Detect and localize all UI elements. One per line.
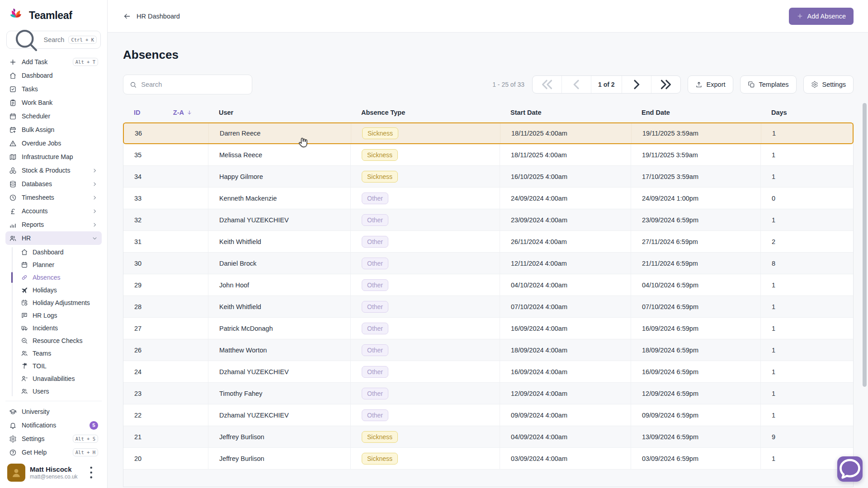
export-button[interactable]: Export xyxy=(688,75,733,94)
message-icon xyxy=(21,312,28,319)
cell-end-date: 12/09/2024 6:59pm xyxy=(631,383,761,404)
sidebar-item-stock-products[interactable]: Stock & Products xyxy=(5,164,102,177)
chat-button[interactable] xyxy=(837,456,863,482)
cell-end-date: 27/11/2024 6:59pm xyxy=(631,231,761,252)
table-row-27[interactable]: 27 Patrick McDonagh Other 16/09/2024 4:0… xyxy=(123,318,853,339)
hr-submenu-item-holiday-adjustments[interactable]: Holiday Adjustments xyxy=(5,296,102,309)
cell-start-date: 12/09/2024 4:00am xyxy=(500,383,631,404)
table-row-32[interactable]: 32 Dzhamal YUZEKCHIEV Other 23/09/2024 4… xyxy=(123,209,853,231)
users-icon xyxy=(21,388,28,395)
cell-user: Keith Whitfield xyxy=(208,296,351,317)
add-absence-button[interactable]: Add Absence xyxy=(789,8,854,25)
column-header-start-date[interactable]: Start Date xyxy=(500,109,631,116)
prev-page-button[interactable] xyxy=(562,76,591,93)
sidebar-item-university[interactable]: University xyxy=(5,405,102,418)
sidebar-item-notifications[interactable]: Notifications 5 xyxy=(5,418,102,432)
palm-icon xyxy=(21,362,28,370)
table-row-35[interactable]: 35 Melissa Reece Sickness 18/11/2025 4:0… xyxy=(123,144,853,166)
table-row-22[interactable]: 22 Dzhamal YUZEKCHIEV Other 09/09/2024 4… xyxy=(123,404,853,426)
column-header-days[interactable]: Days xyxy=(760,109,854,116)
table-row-20[interactable]: 20 Jeffrey Burlison Sickness 03/09/2024 … xyxy=(123,448,853,469)
table-row-23[interactable]: 23 Timothy Fahey Other 12/09/2024 4:00am… xyxy=(123,383,853,404)
column-header-user[interactable]: User xyxy=(208,109,350,116)
user-profile[interactable]: Matt Hiscock matt@senses.co.uk xyxy=(5,459,102,483)
table-row-34[interactable]: 34 Happy Gilmore Sickness 16/10/2025 4:0… xyxy=(123,166,853,188)
scrollbar-thumb[interactable] xyxy=(863,103,867,387)
table-row-30[interactable]: 30 Daniel Brock Other 12/11/2024 4:00am … xyxy=(123,253,853,274)
sidebar-item-accounts[interactable]: Accounts xyxy=(5,204,102,218)
hr-submenu-item-unavailabilities[interactable]: Unavailabilities xyxy=(5,372,102,385)
table-row-28[interactable]: 28 Keith Whitfield Other 07/10/2024 4:00… xyxy=(123,296,853,318)
cell-id: 27 xyxy=(123,318,208,339)
cell-days: 8 xyxy=(761,253,853,274)
table-row-21[interactable]: 21 Jeffrey Burlison Sickness 04/09/2024 … xyxy=(123,426,853,448)
table-row-24[interactable]: 24 Dzhamal YUZEKCHIEV Other 16/09/2024 4… xyxy=(123,361,853,383)
user-menu-dots-icon[interactable] xyxy=(82,464,100,481)
next-page-button[interactable] xyxy=(622,76,651,93)
sidebar-item-work-bank[interactable]: Work Bank xyxy=(5,96,102,109)
cell-days: 9 xyxy=(761,426,853,447)
table-row-36[interactable]: 36 Darren Reece Sickness 18/11/2025 4:00… xyxy=(123,122,854,144)
cell-start-date: 18/09/2024 4:00am xyxy=(500,339,631,361)
absence-type-badge: Sickness xyxy=(362,431,398,443)
sidebar-item-timesheets[interactable]: Timesheets xyxy=(5,191,102,204)
cell-end-date: 18/09/2024 6:59pm xyxy=(631,339,761,361)
hr-submenu-item-toil[interactable]: TOIL xyxy=(5,360,102,372)
cell-start-date: 16/10/2025 4:00am xyxy=(500,166,631,187)
user-name: Matt Hiscock xyxy=(30,465,78,473)
cell-user: Dzhamal YUZEKCHIEV xyxy=(208,404,351,426)
search-input[interactable] xyxy=(141,81,245,88)
cell-id: 30 xyxy=(123,253,208,274)
hr-submenu-item-dashboard[interactable]: Dashboard xyxy=(5,246,102,258)
table-search xyxy=(123,75,252,94)
table-row-33[interactable]: 33 Kenneth Mackenzie Other 24/09/2024 4:… xyxy=(123,188,853,209)
sidebar-item-tasks[interactable]: Tasks xyxy=(5,82,102,96)
sidebar-item-dashboard[interactable]: Dashboard xyxy=(5,69,102,82)
hr-submenu-item-users[interactable]: Users xyxy=(5,385,102,398)
hr-submenu-item-teams[interactable]: Teams xyxy=(5,347,102,360)
hr-submenu-item-absences[interactable]: Absences xyxy=(5,271,102,284)
cell-user: Patrick McDonagh xyxy=(208,318,351,339)
templates-button[interactable]: Templates xyxy=(740,75,797,94)
last-page-button[interactable] xyxy=(651,76,680,93)
database-icon xyxy=(9,180,17,188)
table-row-29[interactable]: 29 John Hoof Other 04/10/2024 4:00am 04/… xyxy=(123,274,853,296)
cell-days: 2 xyxy=(761,231,853,252)
column-header-id[interactable]: ID Z-A xyxy=(123,109,208,116)
sidebar-item-infrastructure-map[interactable]: Infrastructure Map xyxy=(5,150,102,164)
app-title: Teamleaf xyxy=(29,9,72,22)
hr-submenu-item-holidays[interactable]: Holidays xyxy=(5,284,102,296)
cell-user: John Hoof xyxy=(208,274,351,296)
first-page-button[interactable] xyxy=(533,76,562,93)
sidebar-item-overdue-jobs[interactable]: Overdue Jobs xyxy=(5,136,102,150)
cell-days: 1 xyxy=(761,209,853,230)
cell-start-date: 16/09/2024 4:00am xyxy=(500,361,631,382)
sidebar-item-reports[interactable]: Reports xyxy=(5,218,102,231)
hr-submenu-item-planner[interactable]: Planner xyxy=(5,258,102,271)
table-settings-button[interactable]: Settings xyxy=(803,75,854,94)
column-header-end-date[interactable]: End Date xyxy=(631,109,760,116)
sidebar-item-bulk-assign[interactable]: Bulk Assign xyxy=(5,123,102,136)
users-icon xyxy=(9,235,17,242)
sidebar-item-get-help[interactable]: Get Help Alt + H xyxy=(5,446,102,459)
cell-user: Jeffrey Burlison xyxy=(208,426,351,447)
user-minus-icon xyxy=(21,375,28,382)
sidebar-search[interactable]: Search Ctrl + K xyxy=(6,31,101,49)
column-header-absence-type[interactable]: Absence Type xyxy=(350,109,500,116)
cell-absence-type: Other xyxy=(351,253,500,274)
back-link[interactable]: HR Dashboard xyxy=(123,12,180,20)
hr-submenu-item-resource-checks[interactable]: Resource Checks xyxy=(5,334,102,347)
bar-chart-icon xyxy=(9,221,17,229)
cell-user: Matthew Worton xyxy=(208,339,351,361)
table-row-26[interactable]: 26 Matthew Worton Other 18/09/2024 4:00a… xyxy=(123,339,853,361)
sidebar-item-hr[interactable]: HR xyxy=(5,231,102,245)
hr-submenu-item-incidents[interactable]: Incidents xyxy=(5,322,102,334)
sidebar-item-databases[interactable]: Databases xyxy=(5,177,102,191)
cell-absence-type: Other xyxy=(351,231,500,252)
sidebar-item-add-task[interactable]: Add Task Alt + T xyxy=(5,55,102,69)
hr-submenu-item-hr-logs[interactable]: HR Logs xyxy=(5,309,102,322)
cell-absence-type: Other xyxy=(351,339,500,361)
table-row-31[interactable]: 31 Keith Whitfield Other 26/11/2024 4:00… xyxy=(123,231,853,253)
sidebar-item-scheduler[interactable]: Scheduler xyxy=(5,109,102,123)
sidebar-item-settings[interactable]: Settings Alt + S xyxy=(5,432,102,446)
